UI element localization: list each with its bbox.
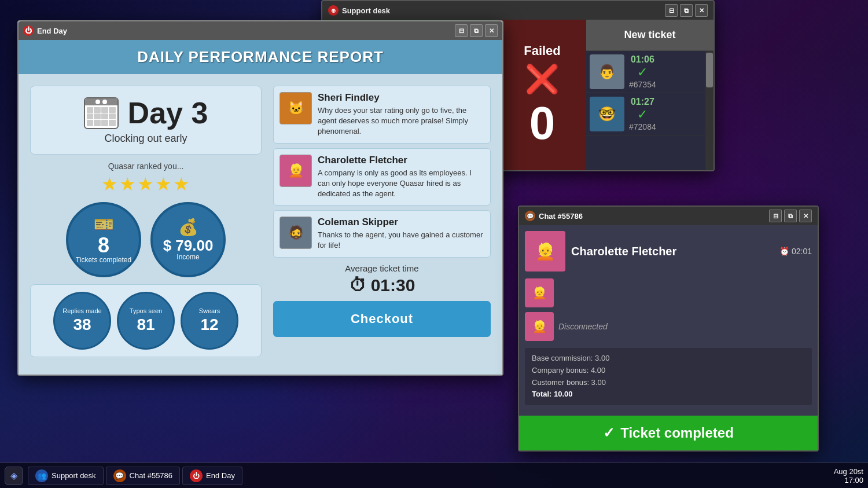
taskbar-chat-icon: 💬: [113, 469, 126, 482]
taskbar-endday-label: End Day: [206, 471, 235, 480]
chat-title: Chat #55786: [539, 212, 583, 221]
chat-messages: 👱 👱 Disconnected: [525, 278, 812, 341]
calendar-grid: [85, 105, 117, 128]
tickets-icon: 🎫: [94, 215, 114, 234]
clock-icon: ⏱: [349, 276, 366, 295]
company-bonus: Company bonus: 4.00: [532, 365, 805, 377]
total-commission: Total: 10.00: [532, 388, 805, 401]
taskbar-chat[interactable]: 💬 Chat #55786: [106, 467, 180, 485]
ticket-time-1: 01:06: [629, 54, 656, 65]
calendar-top: [85, 98, 117, 105]
scrollbar-thumb: [706, 53, 713, 87]
income-circle: 💰 $ 79.00 Income: [150, 202, 226, 277]
taskbar-chat-label: Chat #55786: [130, 471, 172, 480]
report-close[interactable]: ✕: [485, 24, 498, 37]
review-name-2: Coleman Skipper: [318, 217, 484, 228]
taskbar-support-label: Support desk: [52, 471, 96, 480]
typos-number: 81: [137, 315, 155, 334]
report-minimize[interactable]: ⊟: [455, 24, 468, 37]
review-name-1: Charolette Fletcher: [318, 155, 484, 166]
replies-number: 38: [73, 315, 91, 334]
day-subtitle: Clocking out early: [40, 133, 252, 145]
ticket-completed-bar: ✓ Ticket completed: [519, 416, 818, 450]
swears-circle: Swears 12: [181, 292, 238, 350]
chat-window: 💬 Chat #55786 ⊟ ⧉ ✕ 👱 Charolette Fletche…: [518, 206, 819, 452]
chat-customer-name: Charolette Fletcher: [571, 245, 676, 258]
day-info-top: Day 3: [40, 96, 252, 130]
x-icon: ❌: [525, 63, 560, 96]
review-card-1: 👱 Charolette Fletcher A company is only …: [273, 148, 491, 206]
taskbar-end-day[interactable]: ⏻ End Day: [182, 467, 242, 485]
swears-label: Swears: [199, 307, 220, 315]
new-ticket-button[interactable]: New ticket: [586, 20, 713, 51]
replies-label: Replies made: [62, 307, 101, 315]
tickets-label: Tickets completed: [76, 256, 131, 264]
failed-block: Failed ❌ 0: [498, 20, 586, 170]
checkout-button[interactable]: Checkout: [273, 301, 491, 337]
clock-icon-2: ⏰: [779, 247, 789, 256]
report-title: End Day: [37, 27, 67, 35]
failed-number: 0: [529, 100, 556, 146]
income-label: Income: [176, 253, 199, 261]
replies-circle: Replies made 38: [53, 292, 111, 350]
end-day-icon: ⏻: [23, 25, 34, 36]
ticket-check-2: ✓: [629, 107, 656, 122]
restore-button[interactable]: ⧉: [680, 4, 693, 17]
minimize-button[interactable]: ⊟: [665, 4, 678, 17]
chat-titlebar: 💬 Chat #55786 ⊟ ⧉ ✕: [519, 207, 818, 225]
chat-minimize[interactable]: ⊟: [769, 210, 782, 222]
close-button[interactable]: ✕: [695, 4, 708, 17]
ticket-avatar-1: 👨: [590, 54, 624, 89]
rating-section: Quasar ranked you... ★★★★★: [30, 162, 262, 195]
ticket-id-2: #72084: [629, 122, 656, 131]
taskbar: ◈ 👥 Support desk 💬 Chat #55786 ⏻ End Day…: [0, 463, 868, 488]
review-content-2: Coleman Skipper Thanks to the agent, you…: [318, 217, 484, 251]
titlebar-controls: ⊟ ⧉ ✕: [665, 4, 708, 17]
report-restore[interactable]: ⧉: [470, 24, 483, 37]
report-header: DAILY PERFORMANCE REPORT: [19, 40, 502, 74]
scrollbar[interactable]: [705, 51, 713, 170]
ticket-info-2: 01:27 ✓ #72084: [629, 97, 656, 131]
report-right-panel: 🐱 Sheri Findley Why does your star ratin…: [267, 80, 496, 369]
base-commission: Base commission: 3.00: [532, 353, 805, 365]
completed-check-icon: ✓: [603, 425, 615, 441]
customer-bonus: Customer bonus: 3.00: [532, 377, 805, 389]
report-titlebar-controls: ⊟ ⧉ ✕: [455, 24, 498, 37]
day-info-card: Day 3 Clocking out early: [30, 86, 262, 155]
taskbar-date: Aug 20st: [834, 467, 863, 476]
taskbar-endday-icon: ⏻: [190, 469, 203, 482]
review-name-0: Sheri Findley: [318, 92, 484, 104]
review-card-2: 🧔 Coleman Skipper Thanks to the agent, y…: [273, 210, 491, 257]
taskbar-support-desk[interactable]: 👥 Support desk: [28, 467, 104, 485]
income-number: $ 79.00: [163, 238, 214, 253]
review-card-0: 🐱 Sheri Findley Why does your star ratin…: [273, 86, 491, 144]
stats-circles: 🎫 8 Tickets completed 💰 $ 79.00 Income: [30, 202, 262, 277]
review-avatar-0: 🐱: [279, 92, 312, 124]
support-desk-titlebar: ⊕ Support desk ⊟ ⧉ ✕: [322, 1, 713, 20]
review-content-1: Charolette Fletcher A company is only as…: [318, 155, 484, 200]
chat-titlebar-controls: ⊟ ⧉ ✕: [769, 210, 812, 222]
ticket-completed-label: Ticket completed: [620, 425, 734, 441]
review-avatar-2: 🧔: [279, 217, 312, 249]
review-text-1: A company is only as good as its employe…: [318, 168, 484, 200]
support-icon: ⊕: [328, 5, 339, 16]
star-rating: ★★★★★: [30, 173, 262, 195]
avg-time-label: Average ticket time: [273, 263, 491, 273]
chat-restore[interactable]: ⧉: [784, 210, 797, 222]
chat-icon: 💬: [525, 211, 535, 221]
report-left-panel: Day 3 Clocking out early Quasar ranked y…: [24, 80, 267, 369]
taskbar-time: 17:00: [834, 476, 863, 485]
review-text-2: Thanks to the agent, you have gained a c…: [318, 230, 484, 251]
failed-label: Failed: [524, 43, 561, 58]
mini-stats: Replies made 38 Typos seen 81 Swears 12: [30, 284, 262, 357]
ticket-id-1: #67354: [629, 80, 656, 89]
chat-close[interactable]: ✕: [799, 210, 812, 222]
calendar-icon: [84, 97, 119, 129]
swears-number: 12: [200, 315, 218, 334]
chat-msg-avatar-1: 👱: [525, 278, 554, 307]
ticket-entry-2: 🤓 01:27 ✓ #72084: [586, 93, 705, 135]
chat-disconnected: 👱 Disconnected: [525, 312, 812, 341]
review-content-0: Sheri Findley Why does your star rating …: [318, 92, 484, 137]
chat-msg-avatar-2: 👱: [525, 312, 554, 341]
chat-time: ⏰ 02:01: [779, 247, 812, 256]
